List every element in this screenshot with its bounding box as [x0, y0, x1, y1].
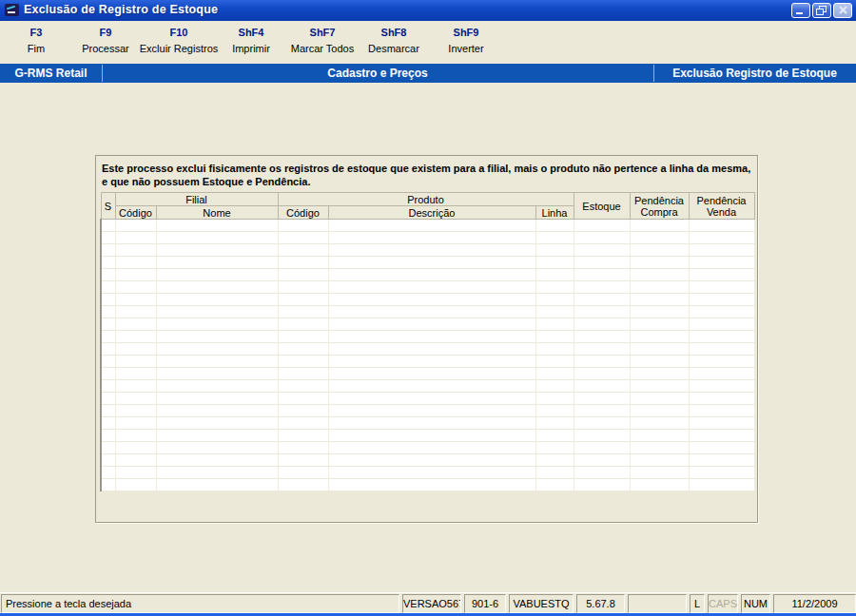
- table-row[interactable]: [101, 306, 754, 318]
- table-row[interactable]: [101, 479, 754, 491]
- table-cell: [156, 244, 278, 257]
- table-cell: [328, 281, 535, 294]
- table-cell: [278, 479, 328, 491]
- table-row[interactable]: [101, 244, 754, 257]
- table-row[interactable]: [101, 318, 754, 331]
- table-row[interactable]: [101, 368, 754, 380]
- table-cell: [689, 417, 754, 430]
- table-cell: [630, 356, 689, 368]
- table-cell: [689, 281, 754, 294]
- titlebar[interactable]: Exclusão de Registro de Estoque: [0, 0, 856, 21]
- table-row[interactable]: [101, 405, 754, 417]
- table-cell: [535, 430, 574, 442]
- table-cell: [574, 269, 630, 281]
- module-bar-divider: [102, 65, 103, 82]
- table-row[interactable]: [101, 220, 754, 232]
- table-cell: [156, 232, 278, 244]
- table-cell: [535, 417, 574, 430]
- table-cell: [115, 380, 156, 393]
- table-cell: [101, 232, 115, 244]
- table-cell: [328, 244, 535, 257]
- table-cell: [156, 454, 278, 467]
- table-row[interactable]: [101, 442, 754, 454]
- table-row[interactable]: [101, 343, 754, 356]
- table-cell: [156, 417, 278, 430]
- status-bar: Pressione a tecla desejada VERSAO567901-…: [0, 592, 856, 613]
- table-cell: [101, 454, 115, 467]
- toolbar-item-f3[interactable]: F3Fim: [28, 27, 45, 54]
- table-cell: [574, 306, 630, 318]
- toolbar-item-shf4[interactable]: ShF4Imprimir: [232, 27, 270, 54]
- table-cell: [278, 269, 328, 281]
- table-cell: [101, 318, 115, 331]
- table-row[interactable]: [101, 294, 754, 306]
- table-row[interactable]: [101, 454, 754, 467]
- table-cell: [574, 343, 630, 356]
- table-cell: [535, 405, 574, 417]
- table-row[interactable]: [101, 269, 754, 281]
- table-cell: [630, 380, 689, 393]
- table-row[interactable]: [101, 417, 754, 430]
- table-row[interactable]: [101, 232, 754, 244]
- table-cell: [630, 343, 689, 356]
- table-cell: [101, 244, 115, 257]
- table-cell: [101, 306, 115, 318]
- toolbar-action-label: Excluir Registros: [140, 43, 219, 54]
- table-row[interactable]: [101, 380, 754, 393]
- table-cell: [115, 417, 156, 430]
- records-table[interactable]: SFilialProdutoEstoquePendência CompraPen…: [100, 192, 755, 491]
- table-cell: [328, 257, 535, 269]
- toolbar-item-shf8[interactable]: ShF8Desmarcar: [368, 27, 419, 54]
- module-bar-divider: [653, 65, 654, 82]
- table-cell: [101, 393, 115, 405]
- table-cell: [101, 220, 115, 232]
- module-bar-app-name[interactable]: G-RMS Retail: [0, 67, 102, 80]
- minimize-button[interactable]: [791, 3, 810, 18]
- table-cell: [689, 454, 754, 467]
- table-row[interactable]: [101, 393, 754, 405]
- table-row[interactable]: [101, 430, 754, 442]
- table-cell: [689, 257, 754, 269]
- table-cell: [574, 479, 630, 491]
- table-cell: [535, 331, 574, 343]
- column-subheader: Linha: [535, 206, 574, 220]
- toolbar-item-f9[interactable]: F9Processar: [82, 27, 129, 54]
- module-bar: G-RMS Retail Cadastro e Preços Exclusão …: [0, 64, 856, 83]
- table-cell: [328, 343, 535, 356]
- table-row[interactable]: [101, 281, 754, 294]
- table-row[interactable]: [101, 331, 754, 343]
- column-subheader: Nome: [156, 206, 278, 220]
- table-cell: [630, 368, 689, 380]
- toolbar-item-f10[interactable]: F10Excluir Registros: [140, 27, 219, 54]
- table-row[interactable]: [101, 356, 754, 368]
- table-cell: [156, 269, 278, 281]
- status-field-11-2-2009: 11/2/2009: [773, 594, 856, 613]
- table-row[interactable]: [101, 467, 754, 479]
- table-cell: [115, 269, 156, 281]
- table-row[interactable]: [101, 257, 754, 269]
- restore-button[interactable]: [812, 3, 831, 18]
- table-cell: [535, 318, 574, 331]
- table-cell: [278, 220, 328, 232]
- table-cell: [689, 294, 754, 306]
- table-cell: [328, 442, 535, 454]
- status-field-caps: CAPS: [708, 594, 738, 613]
- table-cell: [328, 318, 535, 331]
- table-cell: [115, 244, 156, 257]
- toolbar-item-shf7[interactable]: ShF7Marcar Todos: [291, 27, 354, 54]
- toolbar-key-label: ShF7: [291, 27, 354, 38]
- table-cell: [535, 232, 574, 244]
- toolbar-action-label: Marcar Todos: [291, 43, 354, 54]
- table-cell: [630, 294, 689, 306]
- table-cell: [101, 430, 115, 442]
- table-cell: [278, 393, 328, 405]
- restore-icon: [816, 6, 827, 15]
- table-cell: [535, 294, 574, 306]
- table-cell: [328, 368, 535, 380]
- table-cell: [156, 281, 278, 294]
- table-cell: [535, 393, 574, 405]
- table-cell: [328, 405, 535, 417]
- close-button[interactable]: [833, 3, 852, 18]
- toolbar-item-shf9[interactable]: ShF9Inverter: [448, 27, 483, 54]
- window-controls: [791, 3, 852, 18]
